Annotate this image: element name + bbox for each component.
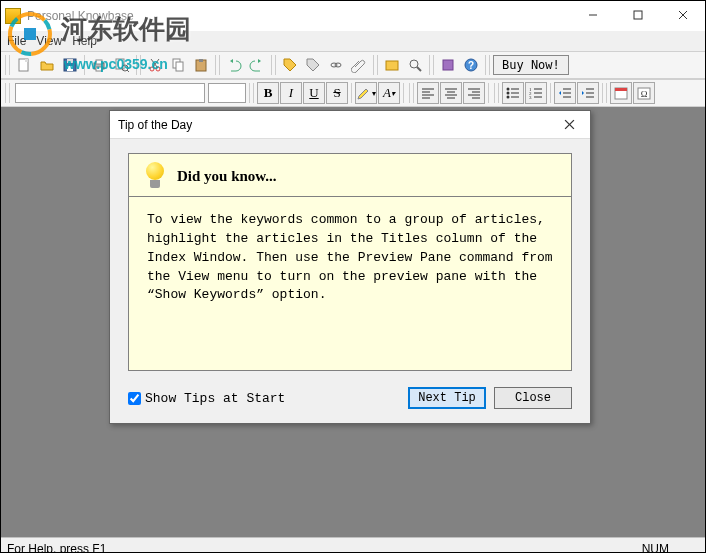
redo-icon[interactable] [246, 54, 268, 76]
svg-point-24 [335, 63, 341, 67]
paste-icon[interactable] [190, 54, 212, 76]
tip-heading: Did you know... [177, 168, 277, 185]
date-icon[interactable] [610, 82, 632, 104]
bold-button[interactable]: B [257, 82, 279, 104]
underline-button[interactable]: U [303, 82, 325, 104]
save-icon[interactable] [59, 54, 81, 76]
copy-icon[interactable] [167, 54, 189, 76]
outdent-icon[interactable] [554, 82, 576, 104]
print-icon[interactable] [88, 54, 110, 76]
svg-point-15 [150, 67, 154, 71]
cut-icon[interactable] [144, 54, 166, 76]
new-article-icon[interactable] [381, 54, 403, 76]
maximize-button[interactable] [615, 1, 660, 29]
tip-body-text: To view the keywords common to a group o… [129, 197, 571, 319]
toolbar-handle[interactable] [5, 83, 10, 103]
tip-panel: Did you know... To view the keywords com… [128, 153, 572, 371]
toolbar-handle[interactable] [602, 83, 607, 103]
toolbar-handle[interactable] [136, 55, 141, 75]
menu-file[interactable]: File [7, 34, 26, 48]
font-size-select[interactable] [208, 83, 246, 103]
svg-point-45 [507, 92, 510, 95]
find-icon[interactable] [404, 54, 426, 76]
svg-rect-11 [96, 67, 102, 71]
toolbar-handle[interactable] [409, 83, 414, 103]
print-preview-icon[interactable] [111, 54, 133, 76]
next-tip-button[interactable]: Next Tip [408, 387, 486, 409]
symbol-icon[interactable]: Ω [633, 82, 655, 104]
window-titlebar: Personal Knowbase [1, 1, 705, 31]
svg-rect-62 [615, 88, 627, 91]
menubar: File View Help [1, 31, 705, 51]
svg-text:?: ? [468, 60, 474, 71]
status-help-text: For Help, press F1 [7, 542, 106, 554]
untag-icon[interactable] [302, 54, 324, 76]
svg-point-43 [507, 88, 510, 91]
toolbar-handle[interactable] [494, 83, 499, 103]
svg-rect-12 [116, 59, 124, 69]
toolbar-handle[interactable] [429, 55, 434, 75]
toolbar-handle[interactable] [249, 83, 254, 103]
align-right-icon[interactable] [463, 82, 485, 104]
svg-rect-8 [67, 59, 73, 63]
toolbar-handle[interactable] [271, 55, 276, 75]
font-family-select[interactable] [15, 83, 205, 103]
toolbar-handle[interactable] [485, 55, 490, 75]
svg-rect-5 [25, 59, 28, 62]
strike-button[interactable]: S [326, 82, 348, 104]
menu-help[interactable]: Help [72, 34, 97, 48]
window-controls [570, 1, 705, 29]
svg-line-14 [127, 70, 129, 72]
svg-rect-7 [67, 66, 73, 71]
status-num-indicator: NUM [642, 542, 669, 554]
tag-icon[interactable] [279, 54, 301, 76]
book-icon[interactable] [437, 54, 459, 76]
open-folder-icon[interactable] [36, 54, 58, 76]
show-tips-input[interactable] [128, 392, 141, 405]
attach-icon[interactable] [348, 54, 370, 76]
statusbar: For Help, press F1 NUM [1, 537, 705, 553]
close-button[interactable] [660, 1, 705, 29]
svg-rect-20 [176, 62, 183, 71]
align-center-icon[interactable] [440, 82, 462, 104]
app-icon [5, 8, 21, 24]
main-toolbar: ? Buy Now! [1, 51, 705, 79]
show-tips-checkbox[interactable]: Show Tips at Start [128, 391, 285, 406]
svg-rect-25 [386, 61, 398, 70]
svg-point-16 [156, 67, 160, 71]
svg-line-27 [417, 67, 421, 71]
buy-now-button[interactable]: Buy Now! [493, 55, 569, 75]
bullet-list-icon[interactable] [502, 82, 524, 104]
menu-view[interactable]: View [36, 34, 62, 48]
client-area: Tip of the Day Did you know... To view t… [1, 107, 705, 537]
font-color-icon[interactable]: A▾ [378, 82, 400, 104]
svg-point-26 [410, 60, 418, 68]
highlight-icon[interactable]: ▾ [355, 82, 377, 104]
dialog-titlebar[interactable]: Tip of the Day [110, 111, 590, 139]
undo-icon[interactable] [223, 54, 245, 76]
tip-of-day-dialog: Tip of the Day Did you know... To view t… [109, 110, 591, 424]
toolbar-handle[interactable] [5, 55, 10, 75]
link-icon[interactable] [325, 54, 347, 76]
svg-point-47 [507, 96, 510, 99]
format-toolbar: B I U S ▾ A▾ 123 Ω [1, 79, 705, 107]
number-list-icon[interactable]: 123 [525, 82, 547, 104]
help-icon[interactable]: ? [460, 54, 482, 76]
toolbar-handle[interactable] [215, 55, 220, 75]
svg-rect-1 [634, 11, 642, 19]
minimize-button[interactable] [570, 1, 615, 29]
new-file-icon[interactable] [13, 54, 35, 76]
show-tips-label: Show Tips at Start [145, 391, 285, 406]
dialog-close-button[interactable] [556, 115, 582, 135]
align-left-icon[interactable] [417, 82, 439, 104]
toolbar-handle[interactable] [373, 55, 378, 75]
italic-button[interactable]: I [280, 82, 302, 104]
svg-rect-22 [199, 59, 203, 62]
svg-text:3: 3 [529, 95, 532, 100]
svg-text:Ω: Ω [641, 89, 648, 99]
indent-icon[interactable] [577, 82, 599, 104]
lightbulb-icon [143, 162, 167, 190]
svg-rect-10 [96, 60, 102, 64]
close-dialog-button[interactable]: Close [494, 387, 572, 409]
svg-rect-28 [443, 60, 453, 70]
